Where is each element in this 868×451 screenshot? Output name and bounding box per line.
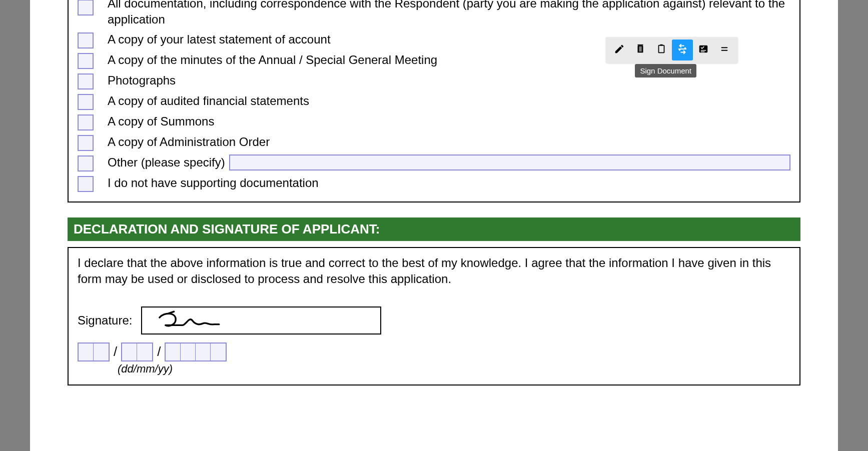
checkbox[interactable]: [78, 32, 94, 48]
date-year-input[interactable]: [165, 342, 227, 362]
signature-row: Signature:: [78, 306, 790, 334]
menu-button[interactable]: [714, 40, 735, 60]
date-separator: /: [157, 344, 161, 360]
svg-point-3: [679, 50, 680, 51]
date-separator: /: [114, 344, 117, 360]
sign-tooltip: Sign Document: [635, 64, 696, 78]
checklist-label: All documentation, including corresponde…: [108, 0, 790, 28]
document-icon: [635, 44, 646, 56]
checkbox[interactable]: [78, 156, 94, 172]
date-format-hint: (dd/mm/yy): [118, 362, 790, 376]
checklist-label: I do not have supporting documentation: [108, 175, 790, 191]
checkbox[interactable]: [78, 135, 94, 151]
document-button[interactable]: [630, 40, 651, 60]
svg-point-4: [684, 48, 686, 49]
sign-icon: [677, 44, 688, 56]
checklist-row: A copy of audited financial statements: [78, 93, 790, 110]
date-month-input[interactable]: [121, 342, 153, 362]
checklist-label: A copy of audited financial statements: [108, 93, 790, 109]
checklist-section: All documentation, including corresponde…: [68, 0, 800, 202]
date-row: / /: [78, 342, 790, 362]
checkbox[interactable]: [78, 74, 94, 90]
checklist-row: All documentation, including corresponde…: [78, 0, 790, 28]
date-day-input[interactable]: [78, 342, 110, 362]
checklist-row: I do not have supporting documentation: [78, 175, 790, 192]
annotation-toolbar: [606, 37, 738, 63]
checkbox[interactable]: [78, 176, 94, 192]
checklist-row: A copy of Administration Order: [78, 134, 790, 151]
signature-image: [156, 308, 241, 333]
checkbox[interactable]: [78, 94, 94, 110]
checklist-row: A copy of Summons: [78, 114, 790, 130]
checklist-label: Other (please specify): [108, 154, 225, 170]
declaration-section: I declare that the above information is …: [68, 247, 800, 386]
checklist-icon: [698, 44, 709, 56]
signature-label: Signature:: [78, 314, 132, 328]
checkbox[interactable]: [78, 114, 94, 130]
signature-field[interactable]: [141, 306, 381, 334]
other-specify-input[interactable]: [229, 154, 790, 170]
edit-button[interactable]: [609, 40, 630, 60]
menu-icon: [719, 44, 730, 56]
svg-rect-1: [659, 46, 664, 53]
svg-rect-2: [660, 44, 663, 46]
svg-rect-0: [638, 44, 643, 46]
checklist-label: A copy of Administration Order: [108, 134, 790, 150]
checklist-button[interactable]: [693, 40, 714, 60]
checkbox[interactable]: [78, 0, 94, 16]
checkbox[interactable]: [78, 53, 94, 69]
declaration-text: I declare that the above information is …: [78, 255, 790, 288]
document-page: All documentation, including corresponde…: [30, 0, 838, 451]
sign-button[interactable]: [672, 40, 693, 60]
clipboard-button[interactable]: [651, 40, 672, 60]
checklist-row-other: Other (please specify): [78, 154, 790, 172]
checklist-label: A copy of Summons: [108, 114, 790, 130]
declaration-header: DECLARATION AND SIGNATURE OF APPLICANT:: [68, 218, 800, 241]
pencil-icon: [614, 44, 625, 56]
clipboard-icon: [656, 44, 667, 56]
